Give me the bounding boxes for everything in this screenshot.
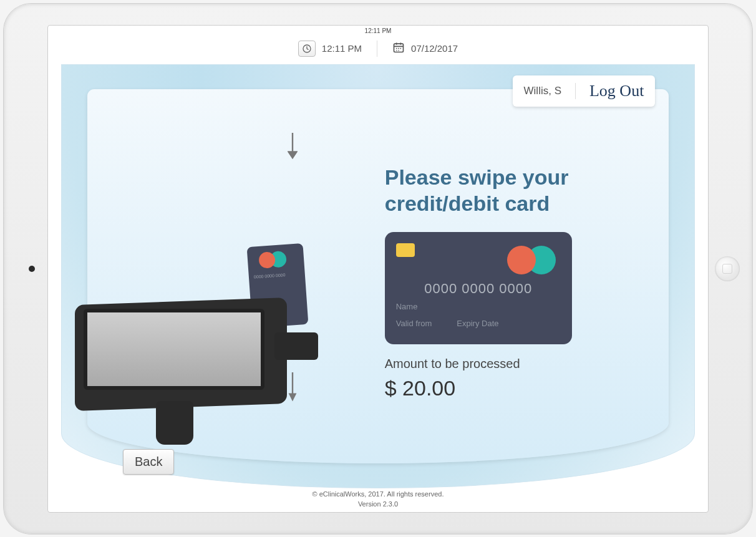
copyright-text: © eClinicalWorks, 2017. All rights reser… — [48, 489, 708, 500]
arrow-down-bottom-icon — [288, 372, 298, 407]
header-time: 12:11 PM — [322, 43, 362, 54]
headline-line2: credit/debit card — [385, 190, 644, 217]
ipad-frame: 12:11 PM 12:11 PM 07/12/2017 — [4, 4, 752, 534]
card-chip-icon — [396, 243, 415, 257]
card-expiry-label: Expiry Date — [457, 319, 498, 328]
card-valid-from-label: Valid from — [396, 319, 432, 328]
top-bar: 12:11 PM 07/12/2017 — [48, 37, 708, 64]
user-chip: Willis, S Log Out — [513, 75, 656, 107]
card-logo-icon — [507, 246, 556, 274]
headline-line1: Please swipe your — [385, 164, 644, 191]
headline: Please swipe your credit/debit card — [385, 164, 644, 217]
date-segment: 07/12/2017 — [392, 41, 458, 56]
svg-point-7 — [400, 48, 402, 49]
divider — [575, 83, 576, 99]
card-name-label: Name — [396, 302, 561, 311]
time-segment: 12:11 PM — [298, 41, 362, 57]
version-text: Version 2.3.0 — [48, 499, 708, 510]
amount-value: $ 20.00 — [385, 376, 644, 400]
card-number: 0000 0000 0000 — [396, 281, 561, 297]
terminal-illustration-area: 0000 0000 0000 — [87, 89, 372, 463]
stage: 0000 0000 0000 — [48, 64, 708, 488]
amount-label: Amount to be processed — [385, 357, 644, 371]
header-date: 07/12/2017 — [411, 43, 458, 54]
footer: © eClinicalWorks, 2017. All rights reser… — [48, 489, 708, 510]
calendar-icon — [392, 41, 405, 56]
instruction-area: Please swipe your credit/debit card 0000… — [372, 89, 669, 463]
svg-point-6 — [398, 48, 399, 49]
small-card-number: 0000 0000 0000 — [254, 272, 286, 280]
ipad-home-button[interactable] — [715, 256, 740, 281]
svg-point-5 — [396, 48, 397, 49]
divider — [377, 41, 377, 57]
status-bar: 12:11 PM — [48, 26, 708, 37]
logout-button[interactable]: Log Out — [589, 82, 644, 100]
svg-point-9 — [398, 50, 399, 51]
clock-icon — [298, 41, 316, 57]
inner-panel: 0000 0000 0000 — [87, 89, 668, 463]
app-screen: 12:11 PM 12:11 PM 07/12/2017 — [47, 25, 709, 513]
user-name: Willis, S — [524, 85, 561, 97]
ipad-camera — [29, 266, 35, 272]
arrow-down-top-icon — [288, 133, 298, 168]
credit-card-illustration: 0000 0000 0000 Name Valid from Expiry Da… — [385, 232, 572, 344]
back-button[interactable]: Back — [123, 449, 174, 475]
svg-point-8 — [396, 50, 397, 51]
status-time: 12:11 PM — [365, 27, 392, 34]
content-row: 0000 0000 0000 — [87, 89, 668, 463]
